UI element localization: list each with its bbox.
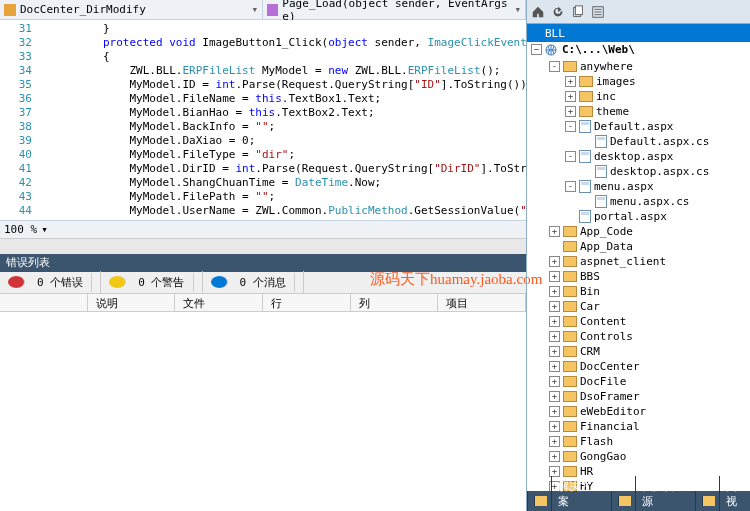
node-label: Controls <box>580 330 633 343</box>
tree-node[interactable]: +Flash <box>527 434 750 449</box>
expand-icon[interactable]: + <box>549 436 560 447</box>
collapse-icon[interactable]: - <box>549 61 560 72</box>
tree-node[interactable]: +DocCenter <box>527 359 750 374</box>
collapse-icon[interactable]: - <box>565 181 576 192</box>
folder-icon <box>563 361 577 372</box>
tree-node[interactable]: +DsoFramer <box>527 389 750 404</box>
tree-node[interactable]: +BBS <box>527 269 750 284</box>
h-scrollbar[interactable] <box>0 238 526 254</box>
error-grid-body[interactable] <box>0 312 526 512</box>
node-label: inc <box>596 90 616 103</box>
node-label: Default.aspx.cs <box>610 135 709 148</box>
expand-icon[interactable]: + <box>549 271 560 282</box>
node-label: anywhere <box>580 60 633 73</box>
expand-icon[interactable]: + <box>549 226 560 237</box>
expand-icon[interactable]: + <box>565 76 576 87</box>
folder-icon <box>579 91 593 102</box>
properties-icon[interactable] <box>591 5 605 19</box>
tree-node[interactable]: +CRM <box>527 344 750 359</box>
errors-filter[interactable]: 0 个错误 <box>0 271 101 294</box>
node-label: images <box>596 75 636 88</box>
expand-icon[interactable]: + <box>549 376 560 387</box>
tree-node[interactable]: portal.aspx <box>527 209 750 224</box>
expand-icon[interactable]: + <box>549 316 560 327</box>
tree-node[interactable]: desktop.aspx.cs <box>527 164 750 179</box>
tree-node[interactable]: +Car <box>527 299 750 314</box>
tree-node[interactable]: +theme <box>527 104 750 119</box>
zoom-bar: 100 %▾ <box>0 220 526 238</box>
tree-node[interactable]: -Default.aspx <box>527 119 750 134</box>
folder-icon <box>579 76 593 87</box>
tree-node[interactable]: +Bin <box>527 284 750 299</box>
expand-icon[interactable]: + <box>549 286 560 297</box>
expand-icon[interactable]: + <box>549 451 560 462</box>
home-icon[interactable] <box>531 5 545 19</box>
file-icon <box>579 150 591 163</box>
tree-node[interactable]: +inc <box>527 89 750 104</box>
tab-classview[interactable]: 类视图 <box>695 491 751 511</box>
expand-icon[interactable]: + <box>549 391 560 402</box>
class-dropdown[interactable]: DocCenter_DirModify▾ <box>0 0 263 19</box>
folder-icon <box>563 226 577 237</box>
node-label: App_Code <box>580 225 633 238</box>
node-label: CRM <box>580 345 600 358</box>
expand-icon[interactable]: + <box>549 421 560 432</box>
tree-node[interactable]: -anywhere <box>527 59 750 74</box>
collapse-icon[interactable]: - <box>565 151 576 162</box>
zoom-level[interactable]: 100 % <box>4 223 37 236</box>
method-dropdown[interactable]: Page_Load(object sender, EventArgs e)▾ <box>263 0 526 19</box>
node-label: theme <box>596 105 629 118</box>
tree-node[interactable]: +images <box>527 74 750 89</box>
source-text[interactable]: } protected void ImageButton1_Click(obje… <box>50 20 526 220</box>
folder-icon <box>563 271 577 282</box>
copy-icon[interactable] <box>571 5 585 19</box>
tree-node[interactable]: App_Data <box>527 239 750 254</box>
folder-icon <box>563 241 577 252</box>
code-editor[interactable]: 3132333435363738394041424344454647484950… <box>0 20 526 220</box>
svg-rect-1 <box>575 5 582 14</box>
tree-node[interactable]: -desktop.aspx <box>527 149 750 164</box>
expand-icon[interactable]: + <box>549 361 560 372</box>
tab-solution[interactable]: 解决方案资... <box>527 491 611 511</box>
refresh-icon[interactable] <box>551 5 565 19</box>
expand-icon[interactable]: + <box>549 256 560 267</box>
tree-node[interactable]: +eWebEditor <box>527 404 750 419</box>
error-list-header[interactable]: 错误列表 <box>0 254 526 272</box>
expand-icon[interactable]: + <box>549 301 560 312</box>
expand-icon[interactable]: + <box>549 331 560 342</box>
tree-node[interactable]: +App_Code <box>527 224 750 239</box>
tree-node[interactable]: +DocFile <box>527 374 750 389</box>
tree-node[interactable]: +Content <box>527 314 750 329</box>
collapse-icon[interactable]: - <box>565 121 576 132</box>
expand-icon[interactable]: + <box>549 346 560 357</box>
tree-node[interactable]: menu.aspx.cs <box>527 194 750 209</box>
node-label: Financial <box>580 420 640 433</box>
node-label: desktop.aspx <box>594 150 673 163</box>
folder-icon <box>563 61 577 72</box>
tab-team[interactable]: 团队资源管... <box>611 491 695 511</box>
expand-icon[interactable]: + <box>549 406 560 417</box>
node-label: eWebEditor <box>580 405 646 418</box>
tree-node[interactable]: -menu.aspx <box>527 179 750 194</box>
collapse-icon[interactable]: − <box>531 44 542 55</box>
bll-node[interactable]: BLL <box>527 24 750 42</box>
folder-icon <box>563 286 577 297</box>
tree-node[interactable]: +Controls <box>527 329 750 344</box>
solution-tree[interactable]: -anywhere+images+inc+theme-Default.aspxD… <box>527 57 750 491</box>
nav-dropdowns: DocCenter_DirModify▾ Page_Load(object se… <box>0 0 526 20</box>
file-icon <box>579 120 591 133</box>
error-grid-header: 说明文件行列项目 <box>0 294 526 312</box>
node-label: Content <box>580 315 626 328</box>
tree-node[interactable]: +Financial <box>527 419 750 434</box>
folder-icon <box>563 421 577 432</box>
messages-filter[interactable]: 0 个消息 <box>203 271 304 294</box>
folder-icon <box>563 346 577 357</box>
root-node[interactable]: − C:\...\Web\ <box>527 42 750 57</box>
tree-node[interactable]: +aspnet_client <box>527 254 750 269</box>
tree-node[interactable]: Default.aspx.cs <box>527 134 750 149</box>
tree-node[interactable]: +GongGao <box>527 449 750 464</box>
warnings-filter[interactable]: 0 个警告 <box>101 271 202 294</box>
expand-icon[interactable]: + <box>565 106 576 117</box>
expand-icon[interactable]: + <box>565 91 576 102</box>
folder-icon <box>563 331 577 342</box>
